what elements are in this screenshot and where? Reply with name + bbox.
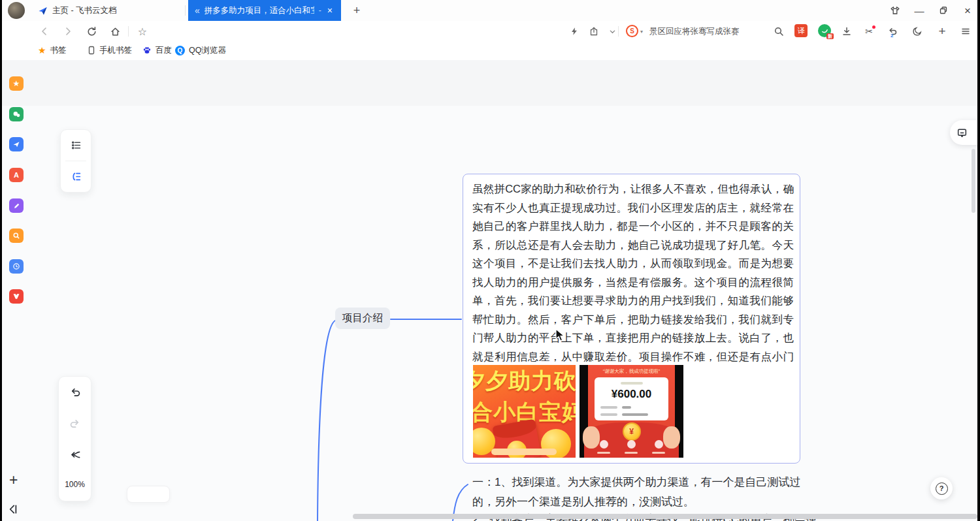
sogou-logo-icon[interactable]: S (626, 25, 638, 37)
skin-theme-button[interactable] (886, 3, 904, 18)
close-window-button[interactable]: × (958, 3, 977, 18)
menu-icon[interactable] (958, 24, 973, 39)
detail-paragraph: 虽然拼CC家的助力和砍价行为，让很多人不喜欢，但也得承认，确实有不少人也真正提现… (472, 180, 794, 366)
comments-pill[interactable] (950, 120, 980, 145)
bookmark-label: 书签 (50, 45, 67, 56)
redo-button[interactable] (59, 408, 91, 439)
view-mode-panel (60, 129, 91, 193)
undo-count: 2 (890, 33, 893, 39)
minimize-button[interactable]: — (910, 3, 928, 18)
detail-bar (600, 406, 617, 409)
amount-label-bar (621, 382, 643, 385)
share-page-icon[interactable] (586, 24, 602, 39)
action-circle (600, 440, 608, 449)
search-ext-icon[interactable] (9, 229, 24, 243)
bookmark-page-icon[interactable]: ☆ (135, 24, 150, 39)
translate-plane-icon[interactable] (9, 137, 24, 151)
tab-close-icon[interactable]: × (327, 6, 333, 15)
mouse-cursor (555, 328, 566, 343)
mindmap-view-button[interactable] (61, 161, 91, 191)
screen-edge (977, 0, 980, 521)
promo-line1: 夕夕助力砍 (473, 366, 576, 396)
action-label-bar (597, 452, 610, 454)
doc-header: 拼多多助力项目，适合小白和宝妈 ☆ 我的空间 已经保存到云端 分享 ··· + (0, 60, 980, 106)
toolbar-separator (128, 26, 129, 37)
mindmap-node-intro[interactable]: 项目介绍 (335, 308, 390, 329)
horizontal-scrollbar[interactable] (353, 514, 977, 519)
withdraw-screenshot[interactable]: “谢谢大家，我成功提现啦” ¥600.00 ¥ (580, 365, 683, 458)
phone-icon (88, 46, 95, 55)
restore-button[interactable] (934, 3, 953, 18)
hot-search-text[interactable]: 景区回应将张骞写成张赛 (649, 26, 740, 37)
boost-icon[interactable] (566, 24, 582, 39)
tab-active-doc[interactable]: « 拼多多助力项目，适合小白和宝妈 - × (188, 0, 341, 21)
bookmark-qq-browser[interactable]: Q QQ浏览器 (175, 40, 226, 60)
bookmark-label: 百度 (155, 45, 172, 56)
mindmap-node-step1[interactable]: 一：1、找到渠道。为大家提供两个助力渠道，有一个是自己测试过的，另外一个渠道是别… (472, 473, 804, 511)
floating-panel-fragment (127, 486, 170, 503)
canvas-add-button[interactable]: + (9, 471, 18, 489)
plugin-icon[interactable]: 新 (818, 24, 831, 37)
mindmap-node-detail[interactable]: 虽然拼CC家的助力和砍价行为，让很多人不喜欢，但也得承认，确实有不少人也真正提现… (463, 174, 800, 464)
search-icon[interactable] (771, 24, 787, 39)
canvas-tools-panel: 100% (58, 376, 91, 501)
promo-banner-graphic (491, 449, 557, 455)
toolbar-separator (618, 26, 619, 37)
help-button[interactable]: ? (930, 477, 953, 499)
caret-down-icon[interactable]: ▾ (640, 29, 643, 35)
zoom-level-label[interactable]: 100% (59, 470, 91, 501)
new-tab-button[interactable]: + (349, 3, 365, 18)
undo-history-icon[interactable]: 2 (885, 24, 900, 39)
browser-profile-avatar[interactable] (8, 2, 25, 19)
withdraw-bg: “谢谢大家，我成功提现啦” ¥600.00 ¥ (588, 365, 675, 458)
pdf-adobe-icon[interactable] (9, 289, 24, 304)
translate-icon[interactable]: 译 (794, 24, 808, 37)
withdraw-amount: ¥600.00 (595, 388, 668, 401)
action-label-bar (652, 452, 665, 454)
detail-bar (622, 406, 631, 409)
detail-bar (622, 413, 648, 416)
collapse-sidebar-button[interactable] (7, 503, 20, 516)
action-circle (627, 440, 636, 449)
gold-coin-graphic: ¥ (623, 422, 641, 441)
browser-toolbar: ☆ S ▾ 景区回应将张骞写成张赛 译 新 ✂ 2 (0, 21, 980, 40)
finger-graphic (663, 426, 680, 449)
wechat-icon[interactable] (9, 107, 24, 121)
bookmarks-bar: ★ 书签 手机书签 百度 Q QQ浏览器 (0, 40, 980, 61)
add-icon[interactable]: + (934, 24, 950, 39)
question-mark-icon: ? (936, 482, 948, 495)
star-icon: ★ (38, 45, 46, 55)
tab-label: 拼多多助力项目，适合小白和宝妈 (204, 5, 314, 16)
new-badge: 新 (826, 33, 834, 39)
comment-icon (956, 127, 968, 138)
download-icon[interactable] (839, 24, 855, 39)
clock-icon[interactable] (9, 259, 24, 274)
tab-label-suffix: - (319, 6, 321, 15)
bookmark-mobile[interactable]: 手机书签 (88, 40, 132, 60)
screenshot-scissors-icon[interactable]: ✂ (861, 24, 877, 39)
translate-a-icon[interactable]: A (9, 168, 24, 182)
back-button[interactable] (37, 24, 52, 39)
tab-feishu-home[interactable]: 主页 - 飞书云文档 (31, 0, 186, 21)
bookmark-folder[interactable]: ★ 书签 (38, 40, 67, 60)
home-button[interactable] (107, 24, 123, 39)
pen-note-icon[interactable] (9, 198, 24, 213)
undo-button[interactable] (59, 377, 91, 408)
tab-separator (185, 5, 186, 16)
collapse-branches-button[interactable] (59, 439, 91, 470)
attached-images-row: 夕夕助力砍 合小白宝妈 “谢谢大家，我成功提现啦” ¥600.00 (473, 365, 683, 458)
refresh-button[interactable] (84, 24, 99, 39)
screen-edge (0, 0, 2, 521)
bookmark-baidu[interactable]: 百度 (142, 40, 172, 60)
action-label-bar (625, 452, 638, 454)
detail-bar (600, 413, 617, 416)
vertical-scrollbar[interactable] (972, 149, 975, 213)
dark-mode-moon-icon[interactable] (909, 24, 925, 39)
promo-image[interactable]: 夕夕助力砍 合小白宝妈 (473, 365, 576, 458)
favorites-star-icon[interactable]: ★ (9, 76, 24, 91)
qq-browser-icon: Q (175, 46, 185, 55)
tab-strip: 主页 - 飞书云文档 « 拼多多助力项目，适合小白和宝妈 - × + — × (0, 0, 980, 21)
feishu-logo-icon (38, 6, 48, 16)
outline-view-button[interactable] (61, 130, 91, 161)
forward-button[interactable] (60, 24, 76, 39)
